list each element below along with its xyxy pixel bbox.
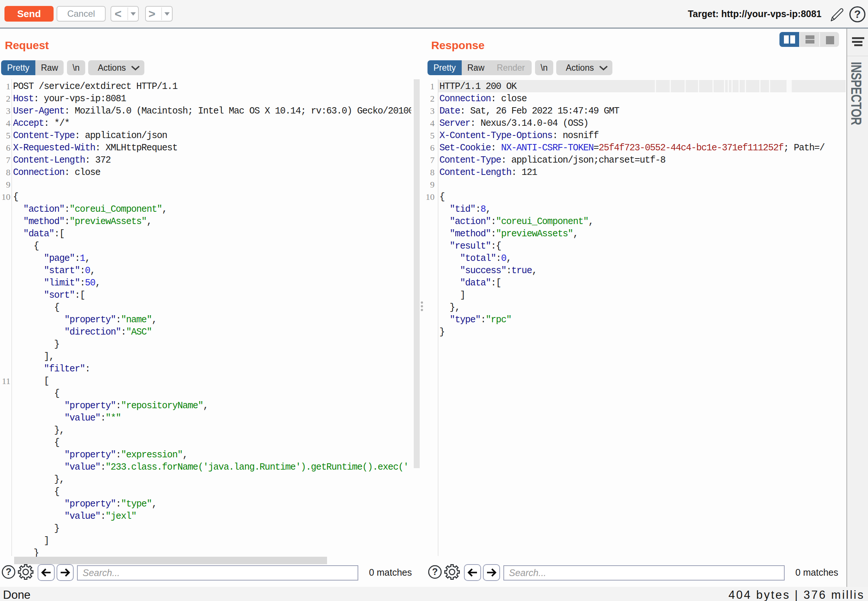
svg-text:?: ? — [432, 566, 438, 577]
svg-text:?: ? — [6, 566, 12, 577]
svg-text:?: ? — [854, 8, 861, 20]
